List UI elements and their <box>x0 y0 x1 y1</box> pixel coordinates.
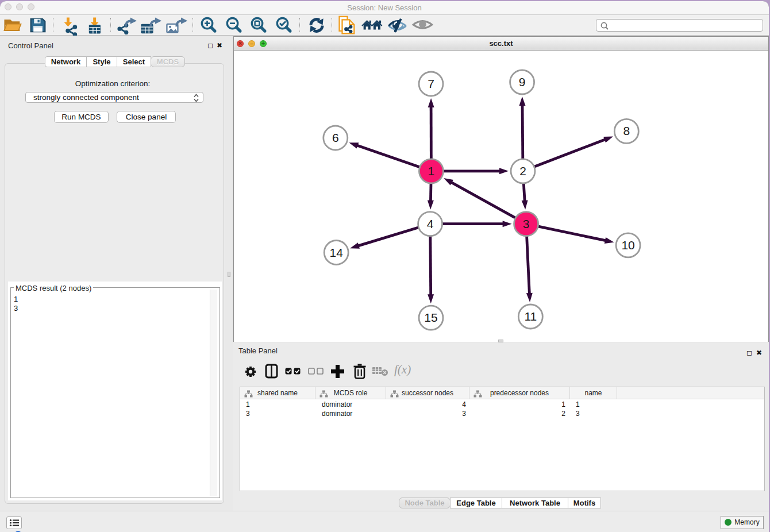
svg-text:9: 9 <box>519 75 526 88</box>
svg-text:7: 7 <box>428 77 434 90</box>
svg-text:11: 11 <box>524 310 537 323</box>
svg-text:6: 6 <box>332 131 339 144</box>
svg-text:4: 4 <box>427 217 434 230</box>
svg-text:15: 15 <box>424 311 437 324</box>
svg-text:1: 1 <box>428 164 435 178</box>
svg-text:3: 3 <box>523 217 530 230</box>
svg-text:8: 8 <box>623 124 630 137</box>
svg-text:10: 10 <box>621 238 634 252</box>
svg-text:14: 14 <box>330 246 344 259</box>
svg-text:2: 2 <box>519 164 526 178</box>
